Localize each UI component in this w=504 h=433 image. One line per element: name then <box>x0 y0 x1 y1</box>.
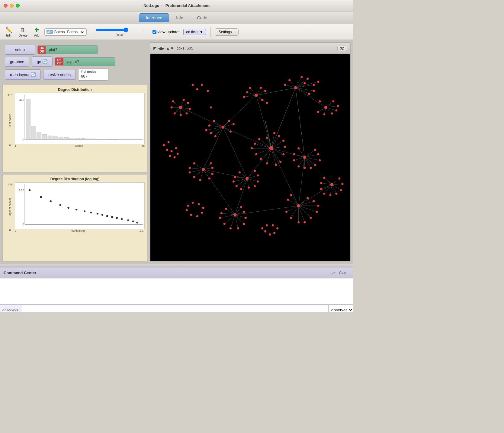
svg-point-195 <box>284 84 286 86</box>
svg-rect-12 <box>81 138 85 140</box>
window-controls[interactable] <box>4 4 20 8</box>
svg-point-312 <box>264 230 266 233</box>
command-dropdown[interactable]: observer turtles patches <box>329 305 353 312</box>
y-max: 410 <box>8 94 12 97</box>
svg-point-275 <box>172 100 174 102</box>
svg-rect-8 <box>59 137 63 140</box>
svg-point-181 <box>202 168 205 171</box>
tab-code[interactable]: Code <box>190 13 214 22</box>
reset-view-icon[interactable]: ◤ <box>153 46 157 51</box>
svg-point-277 <box>174 112 176 114</box>
plot-toggle-indicator: On Off <box>38 46 46 54</box>
svg-point-305 <box>163 144 165 146</box>
svg-line-110 <box>299 201 314 206</box>
delete-button[interactable]: 🗑 Delete <box>17 26 29 38</box>
go-button[interactable]: go 🔄 <box>32 56 53 67</box>
svg-point-326 <box>202 207 204 209</box>
command-input[interactable] <box>21 305 329 312</box>
svg-point-280 <box>189 108 191 110</box>
tab-interface[interactable]: Interface <box>139 13 169 22</box>
resize-nodes-button[interactable]: resize nodes <box>43 70 76 80</box>
svg-point-249 <box>199 179 201 181</box>
add-button[interactable]: ✚ Add <box>32 25 41 38</box>
svg-rect-10 <box>70 138 74 140</box>
svg-line-138 <box>203 169 247 178</box>
svg-line-50 <box>285 85 296 88</box>
svg-point-235 <box>314 149 316 151</box>
close-button[interactable] <box>4 4 8 8</box>
svg-point-210 <box>230 130 232 133</box>
svg-point-192 <box>308 93 310 95</box>
svg-point-182 <box>297 204 300 207</box>
svg-point-35 <box>116 217 118 219</box>
svg-point-256 <box>317 205 319 207</box>
network-view: ◤ ◀▶ ▲▼ ticks: 605 3D <box>150 42 351 261</box>
x-axis-values: 1 degree 48 <box>15 144 145 147</box>
svg-point-186 <box>330 183 333 186</box>
setup-button[interactable]: setup <box>5 45 35 55</box>
svg-point-31 <box>97 213 98 214</box>
delete-icon: 🗑 <box>20 27 26 33</box>
edit-button[interactable]: ✏️ Edit <box>4 25 14 38</box>
settings-button[interactable]: Settings... <box>215 28 239 36</box>
svg-rect-14 <box>92 139 96 140</box>
speed-slider[interactable] <box>95 27 144 32</box>
svg-point-177 <box>221 126 224 129</box>
layout-toggle[interactable]: On Off layout? <box>55 57 115 66</box>
svg-line-174 <box>299 184 332 206</box>
svg-point-325 <box>201 212 203 214</box>
clear-button[interactable]: Clear <box>337 270 349 276</box>
minimize-button[interactable] <box>10 4 14 8</box>
svg-point-202 <box>266 102 268 104</box>
go-once-button[interactable]: go-once <box>5 57 29 67</box>
y-min: 0 <box>9 144 11 147</box>
svg-point-221 <box>282 140 284 142</box>
svg-point-226 <box>234 176 236 178</box>
maximize-button[interactable] <box>16 4 20 8</box>
svg-line-112 <box>299 206 317 212</box>
svg-point-247 <box>189 172 191 174</box>
svg-point-262 <box>285 211 287 213</box>
svg-line-137 <box>203 127 223 169</box>
y-axis-label-ll: log(# of nodes) <box>8 198 11 216</box>
on-ticks-selector[interactable]: on ticks ▼ <box>183 29 206 35</box>
svg-point-311 <box>175 147 177 149</box>
degree-dist-title: Degree Distribution <box>5 88 145 92</box>
svg-point-194 <box>288 79 291 81</box>
svg-point-225 <box>239 172 241 174</box>
widget-type-dropdown[interactable]: Button Slider Switch Monitor Plot <box>66 30 85 34</box>
svg-text:0: 0 <box>23 138 24 141</box>
resize-handle[interactable]: · · · <box>0 264 353 267</box>
svg-text:410: 410 <box>19 98 24 101</box>
svg-line-158 <box>326 106 338 107</box>
command-toolbar[interactable]: ⤢ Clear <box>332 270 349 276</box>
nodes-count-label: # of nodes <box>81 70 106 73</box>
widget-type-selector[interactable]: abc Button Button Slider Switch Monitor … <box>44 28 87 36</box>
zoom-icon[interactable]: ▲▼ <box>166 46 174 51</box>
degree-dist-loglog-title: Degree Distribution (log-log) <box>5 177 145 181</box>
command-prompt: observer> <box>0 308 21 312</box>
tab-info[interactable]: Info <box>169 13 190 22</box>
x-min: 1 <box>15 144 16 147</box>
plot-toggle[interactable]: On Off plot? <box>37 45 98 54</box>
svg-point-306 <box>166 149 168 151</box>
view-updates-checkbox[interactable] <box>152 30 156 34</box>
svg-point-324 <box>196 215 198 217</box>
redo-layout-button[interactable]: redo layout 🔄 <box>5 69 41 80</box>
expand-icon[interactable]: ⤢ <box>332 271 335 275</box>
pan-icon[interactable]: ◀▶ <box>158 46 165 51</box>
btn-3d[interactable]: 3D <box>337 46 347 51</box>
svg-point-266 <box>220 212 223 214</box>
svg-point-198 <box>243 96 245 98</box>
on-ticks-dropdown-icon: ▼ <box>200 30 203 34</box>
network-nav-icons[interactable]: ◤ ◀▶ ▲▼ <box>153 46 174 51</box>
titlebar: NetLogo — Preferential Attachment <box>0 0 353 11</box>
svg-point-278 <box>180 114 182 116</box>
svg-point-269 <box>230 227 232 229</box>
svg-point-316 <box>272 224 274 226</box>
svg-point-283 <box>319 100 321 102</box>
svg-rect-16 <box>103 139 107 140</box>
svg-point-255 <box>313 200 315 202</box>
svg-rect-11 <box>75 138 80 140</box>
window-title: NetLogo — Preferential Attachment <box>143 3 210 8</box>
